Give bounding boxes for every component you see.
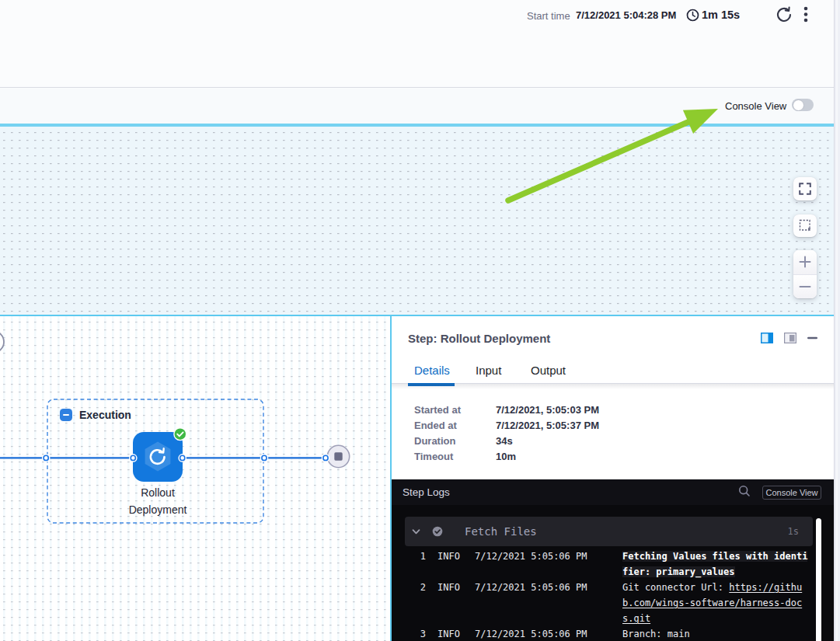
detail-row: Duration34s [414, 435, 513, 447]
minimize-panel-icon[interactable] [807, 336, 817, 340]
step-success-icon [432, 526, 443, 537]
canvas-fullscreen-button[interactable] [793, 177, 817, 200]
start-time-label: Start time [527, 10, 570, 22]
console-view-label: Console View [725, 100, 786, 112]
log-text: Fetching Values files with identi [622, 551, 807, 562]
log-line: 1INFO7/12/2021 5:05:06 PMFetching Values… [392, 549, 823, 564]
detail-value: 10m [496, 451, 516, 462]
log-text: Git connector Url: [622, 582, 729, 593]
collapse-group-icon[interactable] [60, 409, 72, 421]
clock-icon [686, 9, 699, 25]
detail-row: Timeout10m [414, 451, 516, 462]
page-scrollbar-groove [836, 0, 838, 641]
zoom-in-button[interactable] [793, 250, 817, 275]
log-group-title: Fetch Files [465, 525, 537, 538]
log-search-icon[interactable] [738, 485, 751, 500]
pipeline-canvas[interactable] [0, 124, 834, 315]
detail-key: Started at [414, 404, 496, 416]
zoom-out-button[interactable] [793, 275, 817, 299]
full-view-icon[interactable] [784, 333, 796, 343]
console-view-toggle[interactable] [792, 99, 814, 111]
log-level: INFO [437, 549, 460, 564]
logs-console-view-button[interactable]: Console View [762, 486, 821, 500]
log-message: Branch: main [622, 626, 690, 641]
log-timestamp: 7/12/2021 5:05:06 PM [475, 580, 587, 595]
tab-details[interactable]: Details [414, 364, 450, 377]
page-scrollbar-track[interactable] [834, 0, 840, 641]
log-message: b.com/wings-software/harness-doc [622, 595, 802, 611]
view-toggle-bar: Console View [0, 89, 834, 124]
panel-title: Step: Rollout Deployment [408, 332, 550, 345]
execution-header: Start time 7/12/2021 5:04:28 PM 1m 15s [0, 0, 834, 88]
log-line: b.com/wings-software/harness-doc [392, 595, 823, 611]
log-group-header[interactable]: Fetch Files 1s [405, 517, 813, 546]
more-options-button[interactable] [798, 5, 814, 26]
log-link-text[interactable]: s.git [622, 613, 650, 624]
log-line: 3INFO7/12/2021 5:05:06 PMBranch: main [392, 626, 823, 641]
detail-value: 7/12/2021, 5:05:03 PM [496, 404, 599, 416]
step-logs-title: Step Logs [403, 486, 450, 498]
log-line: fier: primary_values [392, 564, 823, 580]
tab-output[interactable]: Output [531, 364, 566, 377]
step-node-label[interactable]: Rollout Deployment [96, 484, 220, 518]
log-line-number: 2 [403, 580, 426, 595]
step-logs-header: Step Logs Console View [392, 479, 834, 505]
log-timestamp: 7/12/2021 5:05:06 PM [475, 549, 587, 564]
tab-input[interactable]: Input [476, 364, 501, 377]
refresh-button[interactable] [773, 5, 795, 26]
pipeline-execution-page: Start time 7/12/2021 5:04:28 PM 1m 15s C… [0, 0, 840, 641]
log-link-text[interactable]: https://githu [729, 582, 802, 593]
log-line-number: 1 [403, 549, 426, 564]
log-message: fier: primary_values [622, 564, 735, 580]
log-link-text[interactable]: b.com/wings-software/harness-doc [622, 597, 802, 608]
toggle-knob [793, 99, 804, 111]
step-details-panel: Step: Rollout Deployment Details Input [392, 316, 834, 641]
log-text: Branch: main [622, 629, 690, 639]
panel-tabs: Details Input Output [392, 359, 834, 384]
detail-row: Ended at7/12/2021, 5:05:37 PM [414, 420, 599, 431]
duration-value: 1m 15s [702, 9, 740, 21]
logs-scrollbar-thumb[interactable] [816, 518, 821, 641]
log-line-number: 3 [403, 626, 426, 641]
log-line: 2INFO7/12/2021 5:05:06 PMGit connector U… [392, 580, 823, 595]
detail-row: Started at7/12/2021, 5:05:03 PM [414, 404, 599, 416]
log-message: s.git [622, 611, 650, 626]
log-level: INFO [437, 580, 460, 595]
log-message: Git connector Url: https://githu [622, 580, 802, 595]
detail-key: Ended at [414, 420, 496, 431]
log-text: fier: primary_values [622, 566, 735, 577]
execution-group-label-text: Execution [79, 409, 131, 421]
log-timestamp: 7/12/2021 5:05:06 PM [475, 626, 587, 641]
log-line: s.git [392, 611, 823, 626]
detail-key: Timeout [414, 451, 496, 462]
chevron-down-icon[interactable] [411, 527, 421, 537]
success-badge-icon [173, 427, 186, 441]
detail-value: 7/12/2021, 5:05:37 PM [496, 420, 599, 431]
step-logs-section: Step Logs Console View Fetch Files [392, 479, 834, 641]
step-graph-canvas[interactable]: Execution Rollout Deployment [0, 316, 390, 641]
log-message: Fetching Values files with identi [622, 549, 807, 564]
panel-window-controls [761, 333, 817, 343]
detail-value: 34s [496, 435, 513, 447]
log-level: INFO [437, 626, 460, 641]
canvas-fit-selection-button[interactable] [793, 214, 817, 237]
log-lines: 1INFO7/12/2021 5:05:06 PMFetching Values… [392, 549, 823, 641]
tab-bar-shadow [392, 384, 834, 389]
execution-group-label[interactable]: Execution [60, 409, 131, 421]
start-time-value: 7/12/2021 5:04:28 PM [576, 9, 676, 21]
detail-key: Duration [414, 435, 496, 447]
zoom-control-group [793, 250, 817, 298]
split-view-icon[interactable] [761, 333, 773, 343]
log-group-duration: 1s [788, 526, 799, 537]
end-node[interactable] [327, 445, 349, 467]
rollout-step-node[interactable] [133, 432, 183, 482]
